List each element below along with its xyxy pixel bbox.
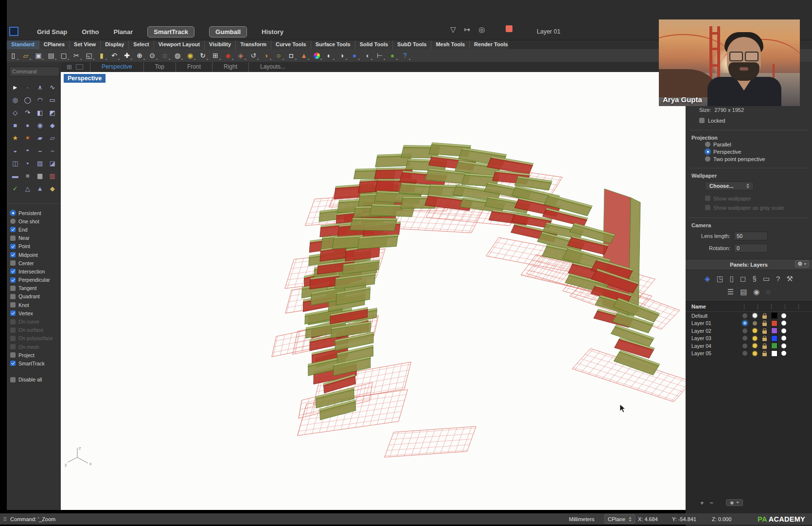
explode-tool-icon[interactable]: ★ (9, 133, 21, 143)
plane-tool-icon[interactable]: ◆ (47, 120, 59, 130)
layer-row[interactable]: Default (686, 312, 812, 320)
current-layer-radio[interactable] (742, 351, 747, 356)
help-panel-icon[interactable]: ? (776, 274, 780, 283)
osnap-checkbox[interactable] (10, 327, 16, 333)
osnap-item[interactable]: SmartTrack (10, 359, 58, 367)
layer-row[interactable]: Layer 04 (686, 342, 812, 350)
viewport-tab[interactable]: Right (212, 62, 248, 72)
osnap-item[interactable]: On polysurface (10, 334, 58, 343)
snap-toggle[interactable]: SmartTrack (147, 26, 194, 37)
shade-icon[interactable]: ◑ (260, 50, 272, 61)
command-input[interactable] (9, 67, 59, 76)
layer-lock-icon[interactable] (762, 338, 767, 341)
current-layer-radio[interactable] (742, 336, 747, 341)
zoom-window-icon[interactable]: ◌ (159, 50, 171, 61)
blend-tool-icon[interactable]: ⌣ (34, 145, 46, 156)
viewport-tab[interactable]: Layouts... (248, 62, 297, 72)
layer-row[interactable]: Layer 03 (686, 335, 812, 343)
toolbar-tab[interactable]: Standard (7, 40, 39, 50)
lens-length-input[interactable] (734, 232, 768, 240)
layer-material-icon[interactable] (781, 328, 786, 333)
active-layer-color-swatch[interactable] (506, 25, 512, 32)
viewport-tab[interactable]: Front (176, 62, 212, 72)
wallpaper-checkbox[interactable] (705, 205, 710, 210)
hook-panel-icon[interactable]: ◌ (766, 288, 770, 296)
layer-row[interactable]: Layer 02 (686, 327, 812, 335)
toolbar-tab[interactable]: Mesh Tools (431, 40, 470, 50)
block-tool-icon[interactable]: ▥ (47, 171, 59, 181)
distribute-tool-icon[interactable]: ≡ (22, 171, 34, 181)
osnap-checkbox[interactable] (10, 352, 16, 358)
osnap-item[interactable]: On curve (10, 317, 58, 326)
layer-color-swatch[interactable] (771, 320, 777, 326)
current-layer-radio[interactable] (742, 344, 747, 348)
snap-toggle[interactable]: Ortho (82, 28, 99, 36)
layer-visibility-bulb-icon[interactable] (753, 328, 757, 333)
osnap-item[interactable]: Near (10, 234, 58, 242)
osnap-checkbox[interactable] (10, 377, 16, 382)
layer-lock-icon[interactable] (762, 330, 767, 334)
viewport-layout-icon[interactable]: ⊞ (209, 50, 222, 61)
layer-color-swatch[interactable] (771, 327, 777, 334)
help-icon[interactable]: ? (399, 50, 411, 61)
viewport-canvas[interactable]: Perspective (61, 72, 686, 510)
link-icon[interactable]: ↦ (464, 25, 471, 34)
toolbar-tab[interactable]: Display (101, 40, 129, 50)
layer-row[interactable]: Layer 01 (686, 320, 812, 327)
projection-radio-row[interactable]: Two point perspective (705, 155, 812, 163)
wallpaper-checkbox[interactable] (705, 196, 710, 201)
layers-panel-icon[interactable]: ◈ (705, 274, 710, 283)
copy-icon[interactable]: ◱ (83, 50, 95, 61)
command-menu-icon[interactable]: ☰ (3, 517, 7, 522)
cursor-tool-icon[interactable]: ► (9, 82, 21, 92)
toolbar-tab[interactable]: Render Tools (470, 40, 512, 50)
units-indicator[interactable]: Millimeters (569, 516, 595, 522)
layer-visibility-bulb-icon[interactable] (753, 344, 757, 348)
circle-tool-icon[interactable]: ◎ (9, 95, 21, 105)
chamfer-tool-icon[interactable]: ◓ (22, 145, 34, 156)
wallpaper-checkbox-row[interactable]: Show wallpaper (705, 194, 812, 203)
osnap-item[interactable]: Quadrant (10, 292, 58, 301)
osnap-checkbox[interactable] (10, 286, 16, 291)
osnap-checkbox[interactable] (10, 310, 16, 316)
arc-tool-icon[interactable]: ◠ (34, 95, 46, 105)
osnap-checkbox[interactable] (10, 294, 16, 299)
curve-tool-icon[interactable]: ∿ (47, 82, 59, 92)
layer-name-column-header[interactable]: Name (686, 304, 744, 309)
projection-radio[interactable] (705, 149, 710, 154)
check-tool-icon[interactable]: ✓ (9, 183, 21, 194)
osnap-item[interactable]: Tangent (10, 284, 58, 292)
torus-tool-icon[interactable]: ◉ (34, 120, 46, 130)
toolbar-tab[interactable]: CPlanes (39, 40, 70, 50)
osnap-item[interactable]: Midpoint (10, 251, 58, 259)
notes-panel-icon[interactable]: § (753, 274, 757, 283)
render-mesh-icon[interactable]: ▲ (298, 50, 310, 61)
osnap-item[interactable]: Center (10, 259, 58, 267)
toolbar-tab[interactable]: Set View (70, 40, 101, 50)
print-icon[interactable]: ▤ (45, 50, 57, 61)
osnap-checkbox[interactable] (10, 218, 16, 224)
layer-visibility-bulb-icon[interactable] (753, 351, 757, 356)
cage-tool-icon[interactable]: ▲ (34, 183, 46, 194)
toolbar-tab[interactable]: Surface Tools (311, 40, 355, 50)
rotate-view-icon[interactable]: ⊕ (133, 50, 146, 61)
layer-filter-button[interactable]: ◉ (726, 499, 743, 506)
active-layer-indicator[interactable]: Layer 01 (537, 28, 561, 35)
single-pane-icon[interactable] (76, 64, 83, 70)
layer-material-icon[interactable] (781, 344, 786, 348)
layer-color-swatch[interactable] (771, 350, 777, 357)
osnap-item[interactable]: On mesh (10, 343, 58, 351)
split-tool-icon[interactable]: ✶ (22, 133, 34, 143)
polygon-tool-icon[interactable]: ◇ (9, 108, 21, 118)
grid-array-tool-icon[interactable]: ▦ (34, 171, 46, 181)
osnap-checkbox[interactable] (10, 344, 16, 349)
align-tool-icon[interactable]: △ (22, 183, 34, 194)
layer-color-swatch[interactable] (771, 312, 777, 319)
polyline-tool-icon[interactable]: ∧ (34, 82, 46, 92)
dimension-icon[interactable]: ⊢ (373, 50, 386, 61)
cut-icon[interactable]: ✂ (70, 50, 83, 61)
projection-radio-row[interactable]: Perspective (705, 148, 812, 155)
layer-material-icon[interactable] (781, 336, 786, 341)
rotation-input[interactable] (734, 244, 768, 253)
projection-radio[interactable] (705, 142, 710, 147)
